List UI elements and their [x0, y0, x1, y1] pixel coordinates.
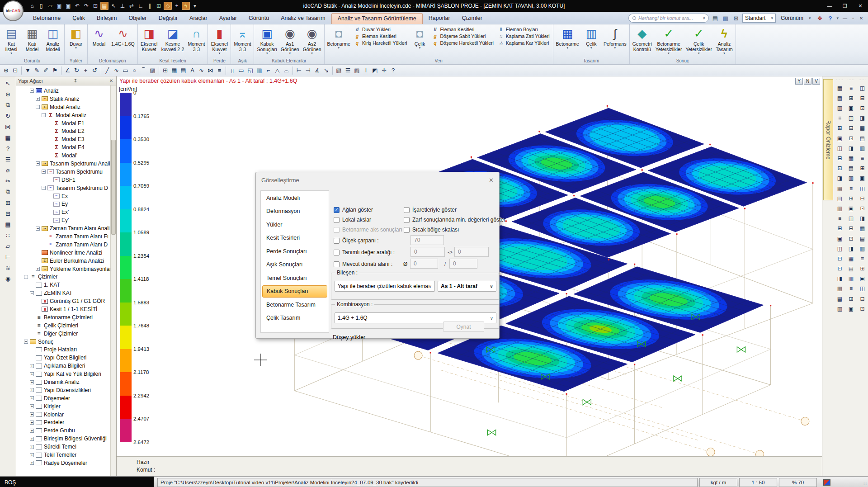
arc-icon[interactable]: ⌒ [139, 66, 148, 75]
checkbox-zarf-sonu-lar-nda-min-de-erleri-g-ster[interactable] [404, 217, 410, 223]
ribbon-button-elik[interactable]: ▥Çelik▾ [581, 25, 601, 49]
move-tool-icon[interactable]: ⊕ [4, 90, 13, 98]
tree-scrollbar-thumb[interactable] [111, 140, 116, 235]
play-button[interactable]: Oynat [443, 322, 484, 332]
expand-icon[interactable]: + [30, 404, 34, 408]
result-tool-icon[interactable]: ⊟ [847, 124, 855, 132]
help-chevron-icon[interactable]: ▾ [836, 16, 839, 20]
result-tool-icon[interactable]: ≡ [858, 255, 867, 262]
ribbon-option-duvar-y-kleri[interactable]: dDuvar Yükleri [354, 27, 407, 32]
result-tool-icon[interactable]: ⊡ [847, 134, 855, 142]
expand-icon[interactable]: + [36, 267, 40, 271]
ribbon-button-peformans[interactable]: ∫Peformans▾ [602, 25, 628, 49]
ribbon-option-d-eme-sabit-y-kleri[interactable]: gDöşeme Sabit Yükleri [433, 33, 494, 39]
result-tool-icon[interactable]: ⊟ [858, 295, 867, 303]
undo-icon[interactable]: ↶ [73, 2, 81, 10]
checkbox-lokal-akslar[interactable] [334, 217, 340, 223]
expand-icon[interactable]: + [30, 380, 34, 384]
result-tool-icon[interactable]: ▦ [835, 285, 844, 293]
tree-item-y-kleme-kombinasyonlar[interactable]: +Yükleme Kombinasyonları [16, 265, 110, 273]
ribbon-option-eleman-kesitleri[interactable]: IIEleman Kesitleri [433, 27, 494, 32]
range-to-input[interactable]: 0 [454, 247, 489, 257]
stair-icon[interactable]: ⌐ [264, 66, 273, 75]
result-tool-icon[interactable]: ⊟ [858, 94, 867, 102]
close-icon[interactable]: ✕ [489, 177, 494, 184]
polyline-icon[interactable]: ∿ [112, 66, 121, 75]
ribbon-button-eksenel-kuvvet[interactable]: ▮Eksenel Kuvvet▾ [209, 25, 229, 55]
note-icon[interactable]: ⚑ [51, 66, 59, 75]
result-tool-icon[interactable]: ▣ [847, 305, 855, 312]
view-menu-button[interactable]: Görünüm▾ [778, 14, 814, 23]
result-tool-icon[interactable]: ◫ [835, 245, 844, 252]
tree-item-statik-analiz[interactable]: +Statik Analiz [16, 95, 110, 103]
result-tool-icon[interactable]: ▣ [835, 235, 844, 242]
result-tool-icon[interactable]: ⊡ [858, 305, 867, 312]
spline-icon[interactable]: ∿ [197, 66, 206, 75]
expand-icon[interactable]: + [30, 372, 34, 376]
collapse-icon[interactable]: − [24, 275, 28, 279]
tree-item-zemi-n-kat[interactable]: −ZEMİN KAT [16, 289, 110, 297]
orbit-icon[interactable]: ↺ [90, 66, 99, 75]
axis-icon[interactable]: ⊞ [161, 66, 170, 75]
rotate-tool-icon[interactable]: ↻ [4, 112, 13, 120]
result-tool-icon[interactable]: ▤ [835, 94, 844, 102]
measure-icon[interactable]: ⊢ [295, 66, 303, 75]
dim-lin-icon[interactable]: ⊣ [304, 66, 312, 75]
status-render-icon[interactable] [823, 479, 830, 486]
tree-item-g-r-n-g1-g1-g-r[interactable]: Görünüş G1 / G1 GÖR [16, 297, 110, 305]
ribbon-button-analiz-modeli[interactable]: ◫Analiz Modeli [43, 25, 63, 52]
tree-item-perde-grubu[interactable]: +Perde Grubu [16, 426, 110, 435]
tree-item-euler-burkulma-analizi[interactable]: Euler Burkulma Analizi [16, 257, 110, 265]
collapse-icon[interactable]: − [36, 227, 40, 231]
result-tool-icon[interactable]: ▦ [847, 255, 855, 262]
result-tool-icon[interactable]: ◨ [835, 175, 844, 182]
ribbon-button-elik[interactable]: ◘Çelik▾ [410, 25, 430, 49]
ungroup-tool-icon[interactable]: ⊟ [4, 209, 13, 217]
rect-icon[interactable]: ▭ [121, 66, 130, 75]
result-tool-icon[interactable]: ≡ [847, 84, 855, 92]
collapse-icon[interactable]: − [42, 186, 46, 190]
scale-factor-input[interactable]: 70 [410, 235, 444, 245]
dialog-nav-deformasyon[interactable]: Deformasyon [262, 205, 327, 218]
target-icon[interactable]: + [173, 2, 181, 10]
report-preview-tab[interactable]: Rapor Önizleme [823, 79, 833, 200]
result-tool-icon[interactable]: ≡ [835, 114, 844, 122]
render-settings-icon[interactable]: ❖ [816, 15, 824, 22]
result-tool-icon[interactable]: ▣ [858, 175, 867, 182]
redo-icon[interactable]: ↷ [82, 2, 90, 10]
tree-item-modal-analiz[interactable]: −Modal Analiz [16, 103, 110, 111]
circle-icon[interactable]: ○ [130, 66, 139, 75]
result-tool-icon[interactable]: ▤ [835, 194, 844, 202]
settings2-icon[interactable]: ✛ [380, 66, 388, 75]
save-icon[interactable]: ▣ [55, 2, 63, 10]
result-tool-icon[interactable]: ⊟ [858, 194, 867, 202]
ribbon-button-betonarme[interactable]: ◘Betonarme▾ [326, 25, 352, 49]
viewport-button-n[interactable]: N [804, 78, 811, 85]
info-icon[interactable]: i [362, 66, 370, 75]
help-icon[interactable]: ? [826, 15, 834, 22]
tree-item-izimler[interactable]: −Çizimler [16, 273, 110, 281]
result-tool-icon[interactable]: ◨ [847, 245, 855, 252]
result-tool-icon[interactable]: ▦ [858, 124, 867, 132]
auto-abc-icon[interactable]: ≋ [4, 264, 13, 272]
tree-item-a-klama-bilgileri[interactable]: +Açıklama Bilgileri [16, 362, 110, 370]
scale-factor-checkbox[interactable] [334, 238, 340, 244]
query-tool-icon[interactable]: ? [4, 144, 13, 152]
ribbon-button-kat-model[interactable]: ▦Katı Model [22, 25, 42, 52]
tree-item-zaman-tan-m-alan-d[interactable]: Zaman Tanım Alanı D [16, 241, 110, 249]
ribbon-button-moment-3-3[interactable]: ⌅Moment 3-3 [232, 25, 252, 52]
pick-icon[interactable]: ✎ [33, 66, 41, 75]
erase-tool-icon[interactable]: ▱ [4, 242, 13, 250]
tree-scrollbar[interactable] [110, 85, 116, 476]
expand-icon[interactable]: + [30, 388, 34, 392]
viewport-button-v[interactable]: V [812, 78, 820, 85]
result-tool-icon[interactable]: ⊟ [847, 225, 855, 232]
result-tool-icon[interactable]: ⊟ [835, 255, 844, 262]
app-logo[interactable]: ideCAD [3, 0, 24, 21]
dialog-nav-kabuk-sonu-lar[interactable]: Kabuk Sonuçları [262, 285, 327, 298]
zoom-realtime-icon[interactable]: ⊕ [2, 66, 10, 75]
result-tool-icon[interactable]: ◨ [858, 215, 867, 222]
layer-tool-icon[interactable]: ▤ [4, 220, 13, 228]
viewport-button-y[interactable]: Y [795, 78, 803, 85]
expand-icon[interactable]: + [30, 445, 34, 449]
